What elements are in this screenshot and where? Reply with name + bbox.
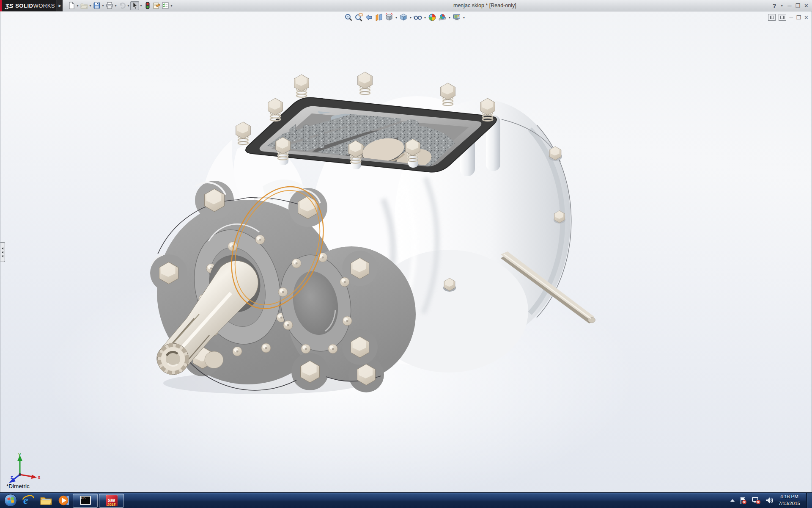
zoom-to-area-button[interactable] [354,13,363,22]
folder-icon [40,494,52,507]
title-bar: ƷS SOLID WORKS ▶ ▾ ▾ [0,0,812,11]
hide-show-items-caret[interactable]: ▾ [423,16,427,19]
help-dropdown-caret[interactable]: ▾ [780,4,784,8]
display-style-caret[interactable]: ▾ [409,16,412,19]
apply-scene-caret[interactable]: ▾ [448,16,451,19]
zoom-to-fit-button[interactable] [344,13,353,22]
media-player-icon [58,494,71,507]
windows-flag-icon [7,497,14,504]
floppy-icon [93,2,101,9]
model-canvas[interactable] [0,11,812,492]
open-document-button[interactable] [80,1,88,10]
spline-end [157,343,189,375]
headsup-view-toolbar: ▾ ▾ ▾ [344,13,466,22]
tray-date: 7/13/2015 [779,500,800,507]
expand-arrow-icon [2,247,3,250]
options-button[interactable] [161,1,170,10]
display-style-button[interactable] [399,13,408,22]
restore-document-button[interactable]: ❐ [796,15,801,20]
z-axis-label: Z [11,475,13,480]
network-status-icon[interactable] [752,496,761,505]
show-desktop-button[interactable] [806,493,812,508]
pane-left-button[interactable] [768,14,776,21]
logo-red-strip [0,0,2,11]
command-prompt-icon: C:\ [80,496,91,505]
solidworks-2015-button[interactable]: SW 2015 [99,494,124,508]
standard-toolbar: ▾ ▾ ▾ [67,1,173,10]
checklist-icon [162,2,169,9]
shaded-cube-icon [399,13,408,22]
cursor-arrow-icon [131,2,139,9]
view-settings-caret[interactable]: ▾ [462,16,466,19]
internet-explorer-icon: e [22,494,34,507]
hide-show-items-button[interactable] [413,13,422,22]
color-ball-icon [428,13,436,22]
previous-view-button[interactable] [364,13,373,22]
sheet-hand-icon [153,2,160,9]
print-button[interactable] [105,1,114,10]
close-document-button[interactable]: ✕ [804,15,809,20]
system-tray: 4:16 PM 7/13/2015 [730,493,812,508]
section-view-button[interactable] [374,13,384,22]
window-title: menjac sklop * [Read-only] [453,3,516,8]
action-center-flag-icon[interactable] [739,496,747,505]
menu-expand-arrow[interactable]: ▶ [57,0,63,11]
windows-taskbar: e C:\ SW [0,492,812,508]
collapsed-panel-tab[interactable] [0,242,5,262]
x-axis-arrow [31,475,37,479]
taskbar-clock[interactable]: 4:16 PM 7/13/2015 [779,494,800,507]
undo-dropdown-caret[interactable]: ▾ [126,4,130,8]
scene-ball-icon [438,13,447,22]
edit-appearance-button[interactable] [428,13,437,22]
back-arrow-icon [365,13,373,22]
solidworks-logo[interactable]: ƷS SOLID WORKS [0,0,57,11]
traffic-light-icon [144,2,151,9]
command-prompt-button[interactable]: C:\ [73,494,98,508]
volume-icon[interactable] [765,496,774,505]
magnifier-icon [344,13,353,22]
graphics-viewport[interactable]: ▾ ▾ ▾ [0,11,812,492]
start-button[interactable] [4,494,17,507]
save-button[interactable] [92,1,101,10]
save-dropdown-caret[interactable]: ▾ [101,4,105,8]
pane-right-button[interactable] [779,14,786,21]
rebuild-button[interactable] [143,1,152,10]
hidden-icons-caret[interactable] [730,499,735,502]
new-dropdown-caret[interactable]: ▾ [76,4,80,8]
solidworks-2015-icon: SW 2015 [106,495,118,506]
folder-icon [80,2,88,9]
media-player-button[interactable] [57,493,71,508]
print-dropdown-caret[interactable]: ▾ [114,4,118,8]
printer-icon [106,2,113,9]
page-icon [68,2,75,9]
restore-button[interactable]: ❐ [795,3,800,8]
minimize-document-button[interactable]: ─ [789,15,793,20]
view-settings-button[interactable] [452,13,461,22]
close-button[interactable]: ✕ [804,3,809,8]
expand-arrow-icon [2,251,3,254]
glasses-icon [414,13,422,22]
document-window-controls: ─ ❐ ✕ [768,14,809,21]
open-dropdown-caret[interactable]: ▾ [88,4,92,8]
help-button[interactable]: ? [773,3,776,9]
options-dropdown-caret[interactable]: ▾ [170,4,173,8]
window-controls: ? ▾ ─ ❐ ✕ [773,0,809,11]
expand-arrow-icon [2,255,3,257]
new-document-button[interactable] [67,1,76,10]
magnifier-area-icon [354,13,363,22]
view-orientation-caret[interactable]: ▾ [395,16,398,19]
tray-time: 4:16 PM [779,494,800,500]
minimize-button[interactable]: ─ [787,3,791,8]
select-dropdown-caret[interactable]: ▾ [139,4,143,8]
solidworks-window: ƷS SOLID WORKS ▶ ▾ ▾ [0,0,812,508]
view-cube-icon [385,13,393,22]
select-tool-button[interactable] [130,1,139,10]
internet-explorer-button[interactable]: e [21,493,35,508]
windows-explorer-button[interactable] [39,493,53,508]
apply-scene-button[interactable] [438,13,447,22]
file-properties-button[interactable] [152,1,161,10]
view-orientation-button[interactable] [384,13,394,22]
undo-button[interactable] [118,1,126,10]
monitor-icon [453,13,461,22]
brand-solid: SOLID [15,3,33,9]
